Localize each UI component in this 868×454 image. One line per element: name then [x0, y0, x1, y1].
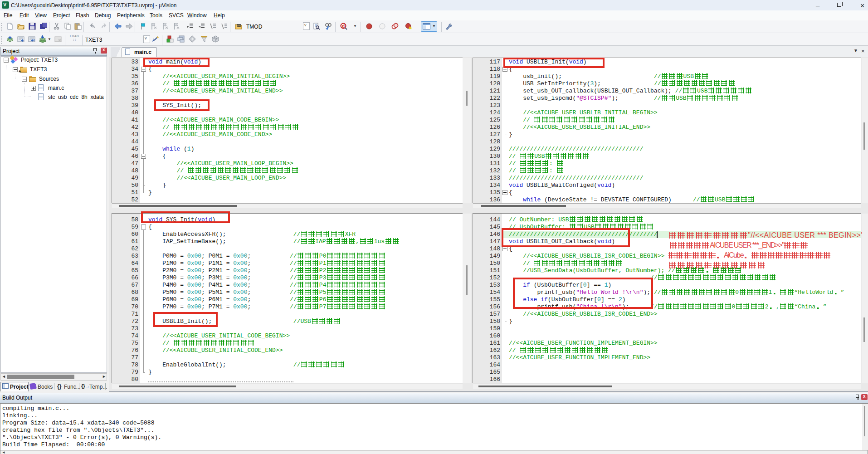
svg-text:d: d [342, 24, 345, 29]
